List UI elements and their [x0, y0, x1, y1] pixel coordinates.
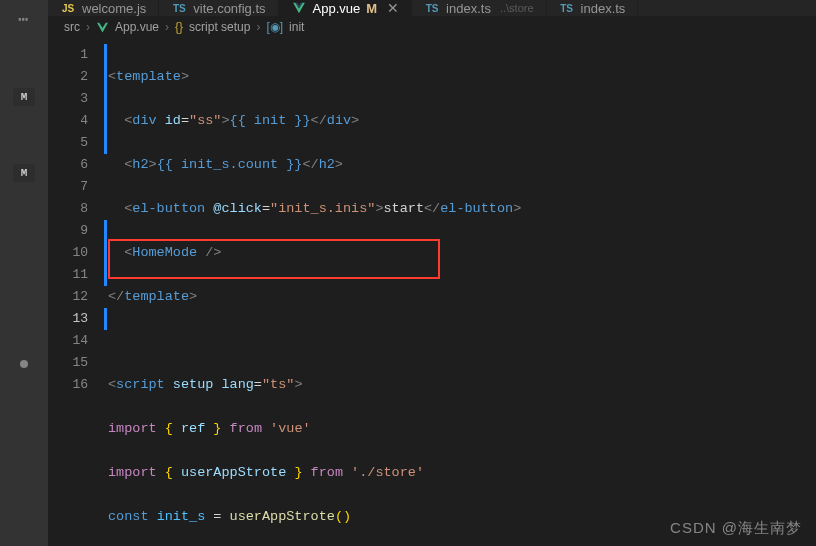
dot-indicator	[20, 360, 28, 368]
more-icon[interactable]: ⋯	[18, 8, 30, 30]
variable-icon: [◉]	[266, 20, 283, 34]
tab-index-ts[interactable]: TS index.ts	[547, 0, 639, 16]
tab-welcome-js[interactable]: JS welcome.js	[48, 0, 159, 16]
breadcrumb-item[interactable]: script setup	[189, 20, 250, 34]
chevron-right-icon: ›	[165, 20, 169, 34]
modified-marker: M	[366, 1, 377, 16]
tab-path-suffix: ..\store	[500, 2, 534, 14]
line-numbers: 123 456 789 101112 1314 1516	[48, 38, 104, 546]
close-icon[interactable]: ✕	[387, 0, 399, 16]
tab-label: vite.config.ts	[193, 1, 265, 16]
tab-app-vue[interactable]: App.vue M ✕	[279, 0, 413, 16]
ts-icon: TS	[424, 0, 440, 16]
vue-icon	[291, 0, 307, 16]
modified-badge[interactable]: M	[13, 164, 35, 182]
watermark: CSDN @海生南梦	[670, 519, 802, 538]
chevron-right-icon: ›	[86, 20, 90, 34]
tab-label: index.ts	[581, 1, 626, 16]
modified-badge[interactable]: M	[13, 88, 35, 106]
tab-index-ts-store[interactable]: TS index.ts ..\store	[412, 0, 546, 16]
tab-label: App.vue	[313, 1, 361, 16]
braces-icon: {}	[175, 20, 183, 34]
code-content[interactable]: <template> <div id="ss">{{ init }}</div>…	[108, 38, 816, 546]
chevron-right-icon: ›	[256, 20, 260, 34]
js-icon: JS	[60, 0, 76, 16]
code-editor[interactable]: 123 456 789 101112 1314 1516 <template> …	[48, 38, 816, 546]
vue-icon	[96, 21, 109, 34]
activity-bar: ⋯ M M	[0, 0, 48, 546]
ts-icon: TS	[171, 0, 187, 16]
tab-label: welcome.js	[82, 1, 146, 16]
tab-label: index.ts	[446, 1, 491, 16]
tab-vite-config[interactable]: TS vite.config.ts	[159, 0, 278, 16]
breadcrumb-item[interactable]: App.vue	[115, 20, 159, 34]
breadcrumb-item[interactable]: init	[289, 20, 304, 34]
ts-icon: TS	[559, 0, 575, 16]
breadcrumb-item[interactable]: src	[64, 20, 80, 34]
breadcrumb[interactable]: src › App.vue › {} script setup › [◉] in…	[48, 16, 816, 38]
editor-tabs: JS welcome.js TS vite.config.ts App.vue …	[48, 0, 816, 16]
